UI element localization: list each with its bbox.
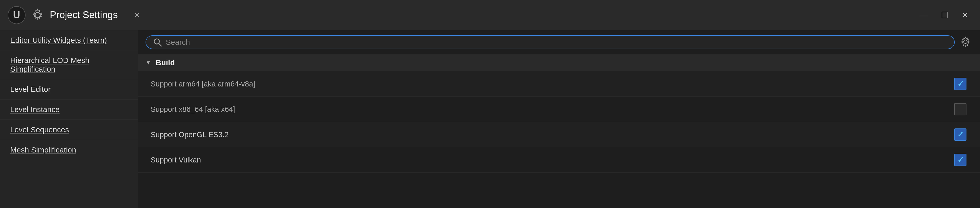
gear-icon xyxy=(960,36,971,47)
setting-row-arm64: Support arm64 [aka arm64-v8a] ✓ xyxy=(138,71,980,97)
settings-rows: Support arm64 [aka arm64-v8a] ✓ Support … xyxy=(138,71,980,173)
setting-label-arm64: Support arm64 [aka arm64-v8a] xyxy=(151,80,953,88)
search-bar-row xyxy=(138,30,980,54)
setting-row-x86: Support x86_64 [aka x64] xyxy=(138,97,980,122)
checkmark-opengl: ✓ xyxy=(957,131,964,138)
setting-label-x86: Support x86_64 [aka x64] xyxy=(151,105,953,114)
project-settings-icon xyxy=(31,8,45,22)
settings-gear-button[interactable] xyxy=(959,35,972,50)
search-icon xyxy=(153,38,162,46)
close-tab-button[interactable]: × xyxy=(130,8,143,22)
page-title: Project Settings xyxy=(50,10,118,21)
section-header-build[interactable]: ▼ Build xyxy=(138,54,980,71)
checkmark-vulkan: ✓ xyxy=(957,156,964,164)
sidebar-item-level-editor[interactable]: Level Editor xyxy=(0,79,138,99)
checkbox-vulkan[interactable]: ✓ xyxy=(953,153,967,167)
maximize-button[interactable]: ☐ xyxy=(937,10,953,21)
checkmark-arm64: ✓ xyxy=(957,80,964,88)
chevron-down-icon: ▼ xyxy=(146,59,151,66)
svg-point-5 xyxy=(964,40,967,43)
sidebar-item-hierarchical-lod[interactable]: Hierarchical LOD Mesh Simplification xyxy=(0,50,138,79)
checkbox-unchecked-x86 xyxy=(954,103,966,115)
setting-row-vulkan: Support Vulkan ✓ xyxy=(138,147,980,173)
title-bar: U Project Settings × — ☐ ✕ xyxy=(0,0,980,30)
content-area: ▼ Build Support arm64 [aka arm64-v8a] ✓ … xyxy=(138,30,980,208)
sidebar: Editor Utility Widgets (Team) Hierarchic… xyxy=(0,30,138,208)
ue-logo-icon: U xyxy=(8,6,25,24)
window-controls: — ☐ ✕ xyxy=(916,10,972,21)
checkbox-x86[interactable] xyxy=(953,102,967,116)
section-header-label: Build xyxy=(156,58,175,67)
sidebar-item-level-instance[interactable]: Level Instance xyxy=(0,99,138,120)
main-layout: Editor Utility Widgets (Team) Hierarchic… xyxy=(0,30,980,208)
sidebar-item-editor-utility-widgets[interactable]: Editor Utility Widgets (Team) xyxy=(0,30,138,50)
sidebar-item-mesh-simplification[interactable]: Mesh Simplification xyxy=(0,140,138,160)
svg-line-4 xyxy=(159,43,161,46)
minimize-button[interactable]: — xyxy=(916,10,932,21)
settings-section: ▼ Build Support arm64 [aka arm64-v8a] ✓ … xyxy=(138,54,980,208)
close-window-button[interactable]: ✕ xyxy=(958,10,972,21)
setting-label-vulkan: Support Vulkan xyxy=(151,156,953,164)
search-container xyxy=(146,35,955,49)
checkbox-opengl[interactable]: ✓ xyxy=(953,128,967,141)
title-bar-left: U Project Settings × xyxy=(8,6,143,24)
svg-text:U: U xyxy=(13,10,20,20)
sidebar-item-level-sequences[interactable]: Level Sequences xyxy=(0,120,138,140)
setting-row-opengl: Support OpenGL ES3.2 ✓ xyxy=(138,122,980,147)
search-input[interactable] xyxy=(166,38,947,46)
checkbox-arm64[interactable]: ✓ xyxy=(953,77,967,91)
setting-label-opengl: Support OpenGL ES3.2 xyxy=(151,131,953,139)
